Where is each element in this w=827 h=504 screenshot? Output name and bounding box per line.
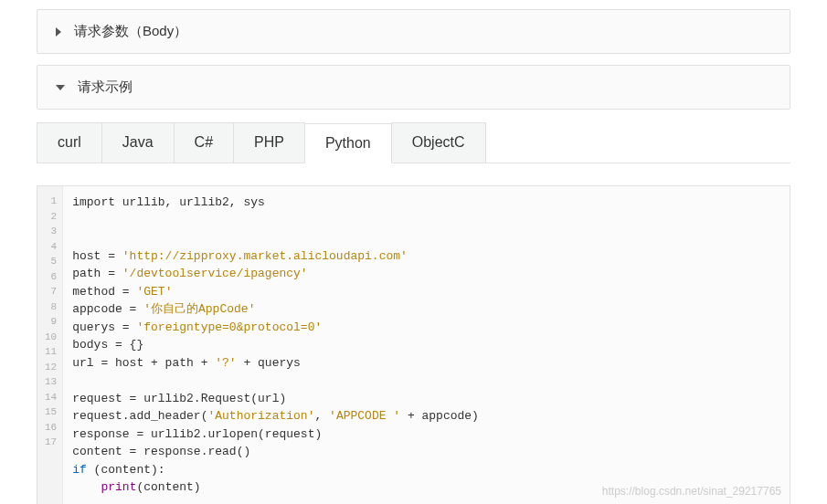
code-content: import urllib, urllib2, sys host = 'http… — [63, 186, 790, 504]
tab-python[interactable]: Python — [304, 123, 392, 163]
tab-java[interactable]: Java — [101, 122, 175, 163]
chevron-down-icon — [56, 85, 65, 90]
request-body-panel[interactable]: 请求参数（Body） — [37, 9, 790, 54]
tab-php[interactable]: PHP — [233, 122, 305, 163]
tab-csharp[interactable]: C# — [174, 122, 234, 163]
request-example-title: 请求示例 — [78, 79, 133, 96]
request-example-header[interactable]: 请求示例 — [37, 66, 790, 109]
tab-objectc[interactable]: ObjectC — [391, 122, 486, 163]
code-block: 1 2 3 4 5 6 7 8 9 10 11 12 13 14 15 16 1… — [37, 185, 790, 504]
request-body-title: 请求参数（Body） — [74, 23, 187, 40]
language-tabs: curl Java C# PHP Python ObjectC — [37, 122, 790, 163]
watermark: https://blog.csdn.net/sinat_29217765 — [602, 485, 781, 498]
request-body-header[interactable]: 请求参数（Body） — [37, 10, 790, 53]
tab-curl[interactable]: curl — [37, 122, 102, 163]
chevron-right-icon — [56, 27, 61, 37]
line-numbers: 1 2 3 4 5 6 7 8 9 10 11 12 13 14 15 16 1… — [37, 186, 63, 504]
request-example-panel[interactable]: 请求示例 — [37, 65, 790, 110]
